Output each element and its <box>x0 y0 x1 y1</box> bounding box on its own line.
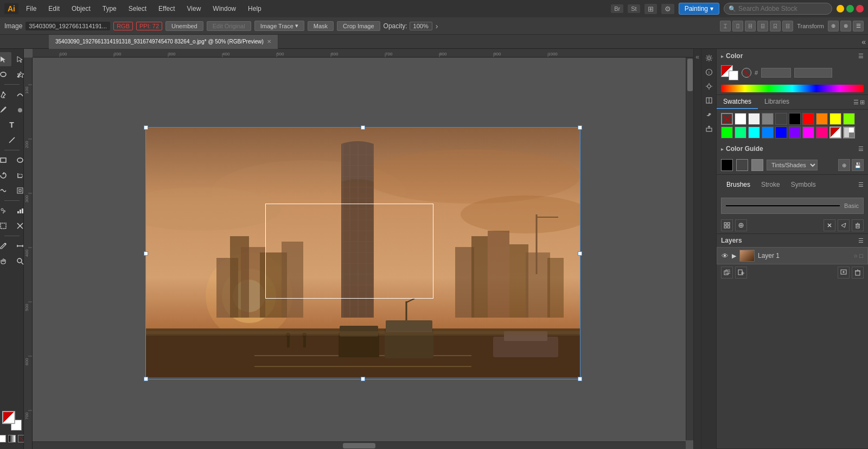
swatch-orange[interactable] <box>816 113 828 125</box>
vertical-scroll-thumb[interactable] <box>687 59 693 91</box>
align-bl-icon[interactable]: ⌹ <box>757 21 768 31</box>
libraries-tab[interactable]: Libraries <box>758 95 796 109</box>
info-icon[interactable]: i <box>703 66 715 78</box>
pen-tool[interactable] <box>0 87 11 102</box>
selection-tool[interactable] <box>0 52 11 66</box>
gradient-mode[interactable] <box>8 435 16 442</box>
eyedropper-tool[interactable] <box>0 239 11 253</box>
maximize-button[interactable] <box>846 5 854 12</box>
more-options-icon[interactable]: › <box>436 22 438 30</box>
opacity-value[interactable]: 100% <box>410 22 432 30</box>
image-trace-dropdown[interactable]: Image Trace ▾ <box>254 21 304 31</box>
brush-libraries-icon[interactable] <box>721 219 733 231</box>
brush-options-icon[interactable] <box>838 219 850 231</box>
swatch-yellow[interactable] <box>829 113 841 125</box>
text-tool[interactable]: T <box>4 118 20 132</box>
swatches-tab[interactable]: Swatches <box>717 95 758 109</box>
delete-layer-button[interactable] <box>852 267 864 279</box>
selection-handle-tl[interactable] <box>144 125 148 130</box>
swatches-list-icon[interactable]: ☰ <box>853 99 859 106</box>
tab-close-button[interactable]: ✕ <box>267 39 271 45</box>
menu-object[interactable]: Object <box>67 3 95 15</box>
guide-swatch-3[interactable] <box>751 159 763 171</box>
swatch-white[interactable] <box>735 113 746 125</box>
selection-handle-ml[interactable] <box>144 251 148 256</box>
selection-handle-bl[interactable] <box>144 377 148 381</box>
menu-edit[interactable]: Edit <box>44 3 64 15</box>
layer-visibility-icon[interactable]: 👁 <box>722 252 729 260</box>
artboard-tool[interactable] <box>0 219 11 233</box>
bridge-icon[interactable]: Br <box>611 4 623 13</box>
swatch-dark-gray[interactable] <box>775 113 787 125</box>
swatch-magenta[interactable] <box>802 127 814 138</box>
harmony-rules-dropdown[interactable]: Tints/Shades <box>767 160 818 170</box>
panel-collapse-top[interactable]: « <box>861 37 868 46</box>
rectangle-tool[interactable] <box>0 153 11 167</box>
align-bc-icon[interactable]: ⌺ <box>770 21 781 31</box>
new-sublayer-button[interactable] <box>735 267 747 279</box>
layer-expand-icon[interactable]: ▶ <box>732 252 736 260</box>
document-tab[interactable]: 35403090_1927661314191318_9316749745470 … <box>49 35 278 49</box>
hand-tool[interactable] <box>0 254 11 268</box>
align-tc-icon[interactable]: ⌷ <box>732 21 743 31</box>
transform-right-icon[interactable] <box>703 94 715 106</box>
brushes-tab[interactable]: Brushes <box>721 178 756 191</box>
search-box[interactable]: 🔍 <box>724 3 832 15</box>
color-guide-menu[interactable]: ☰ <box>858 146 864 153</box>
align-br-icon[interactable]: ⌻ <box>782 21 793 31</box>
fill-swatch[interactable] <box>2 411 15 424</box>
layer-1-row[interactable]: 👁 ▶ Layer 1 ○ □ <box>717 247 868 264</box>
swatch-active-stroke[interactable] <box>843 127 855 138</box>
swatch-light-gray[interactable] <box>748 113 760 125</box>
panel-collapse-icon[interactable]: « <box>861 37 866 46</box>
swatch-green[interactable] <box>721 127 733 138</box>
brush-delete-icon[interactable] <box>824 219 835 231</box>
guide-swatch-1[interactable] <box>721 159 733 171</box>
swatch-gray[interactable] <box>762 113 774 125</box>
transform2-icon[interactable]: ⊗ <box>840 21 851 31</box>
layers-menu-icon[interactable]: ☰ <box>858 237 864 244</box>
selection-handle-tc[interactable] <box>361 125 365 130</box>
align-tr-icon[interactable]: ⌸ <box>745 21 756 31</box>
selected-image[interactable] <box>145 127 580 380</box>
swatch-red[interactable] <box>802 113 814 125</box>
brush-add-from-selection-icon[interactable] <box>735 219 747 231</box>
brush-trash-icon[interactable] <box>852 219 864 231</box>
selection-handle-br[interactable] <box>578 377 582 381</box>
transform-icon[interactable]: ⊕ <box>828 21 839 31</box>
hex-input[interactable] <box>761 68 791 78</box>
guide-edit-icon[interactable]: ⊕ <box>838 159 850 171</box>
menu-file[interactable]: File <box>22 3 41 15</box>
stroke-tab[interactable]: Stroke <box>756 178 786 191</box>
swatch-cyan[interactable] <box>748 127 760 138</box>
panel-menu-icon[interactable]: ☰ <box>853 21 864 31</box>
swatch-active-fill[interactable] <box>829 127 841 138</box>
new-layer-button[interactable] <box>838 267 850 279</box>
swatch-blue[interactable] <box>775 127 787 138</box>
make-sublayer-button[interactable] <box>721 267 733 279</box>
mask-button[interactable]: Mask <box>308 21 334 31</box>
horizontal-scroll-thumb[interactable] <box>343 443 375 448</box>
stock-icon[interactable]: St <box>628 4 640 13</box>
lasso-tool[interactable] <box>0 67 11 81</box>
layer-target-icon[interactable]: ○ <box>854 252 858 259</box>
unembed-button[interactable]: Unembed <box>165 21 203 31</box>
menu-help[interactable]: Help <box>244 3 266 15</box>
swatch-sky-blue[interactable] <box>762 127 774 138</box>
warp-tool[interactable] <box>0 184 11 198</box>
swatch-black[interactable] <box>789 113 801 125</box>
edit-original-button[interactable]: Edit Original <box>207 21 251 31</box>
cloud-sync-icon[interactable]: ⚙ <box>661 4 674 14</box>
sun-icon[interactable] <box>703 80 715 92</box>
swatch-lime[interactable] <box>843 113 855 125</box>
menu-window[interactable]: Window <box>208 3 240 15</box>
symbols-tab[interactable]: Symbols <box>786 178 821 191</box>
arrange-icon[interactable]: ⊞ <box>644 4 657 14</box>
color-guide-header[interactable]: ▸ Color Guide ☰ <box>717 142 868 156</box>
menu-effect[interactable]: Effect <box>154 3 179 15</box>
align-tl-icon[interactable]: ⌶ <box>720 21 731 31</box>
panel-collapse-bar[interactable]: « <box>693 49 701 449</box>
settings-icon[interactable] <box>703 52 715 64</box>
search-input[interactable] <box>738 5 825 12</box>
swatch-hot-pink[interactable] <box>816 127 828 138</box>
